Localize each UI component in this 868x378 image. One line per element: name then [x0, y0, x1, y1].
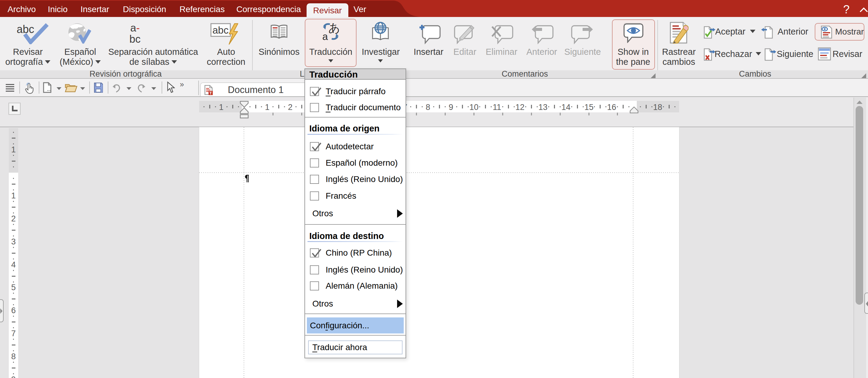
svg-text:あ: あ [329, 22, 340, 34]
svg-text:abc: abc [17, 23, 34, 35]
svg-text:abc: abc [213, 25, 228, 36]
svg-text:a: a [322, 31, 328, 41]
